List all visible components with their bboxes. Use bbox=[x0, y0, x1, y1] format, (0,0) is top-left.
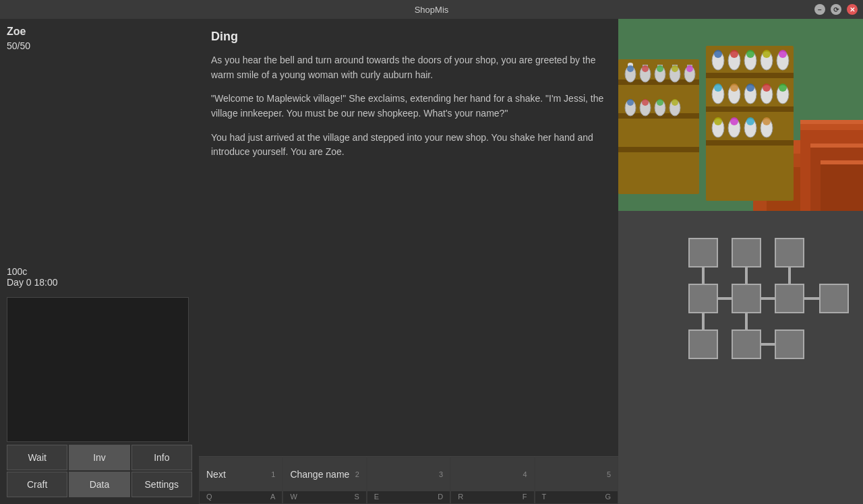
svg-rect-33 bbox=[706, 73, 794, 78]
action-cell-2: 3 E D bbox=[367, 457, 450, 504]
titlebar: ShopMis − ⟳ ✕ bbox=[0, 0, 863, 19]
action-4-button[interactable]: 4 bbox=[451, 458, 533, 491]
close-button[interactable]: ✕ bbox=[847, 4, 858, 15]
svg-point-63 bbox=[763, 117, 771, 125]
svg-point-25 bbox=[627, 99, 634, 106]
action-5-button[interactable]: 5 bbox=[535, 458, 618, 491]
story-area: Ding As you hear the bell and turn aroun… bbox=[199, 19, 618, 456]
map-conn-v-4 bbox=[702, 313, 705, 331]
svg-point-29 bbox=[657, 99, 663, 106]
action-4-key3: F bbox=[523, 493, 527, 501]
map-node-1 bbox=[688, 238, 718, 267]
window-controls: − ⟳ ✕ bbox=[814, 4, 858, 15]
info-button[interactable]: Info bbox=[131, 445, 192, 470]
right-panel bbox=[618, 19, 863, 504]
map-node-10 bbox=[775, 329, 804, 359]
sidebar: Zoe 50/50 100c Day 0 18:00 Wait Inv Info… bbox=[0, 19, 199, 504]
svg-point-51 bbox=[746, 84, 754, 92]
action-4-key2: R bbox=[458, 493, 463, 501]
player-name: Zoe bbox=[7, 26, 192, 38]
svg-point-49 bbox=[730, 84, 738, 92]
map-conn-v-5 bbox=[745, 313, 748, 331]
story-paragraph-2: "Welcome to Maplewick village!" She excl… bbox=[211, 92, 606, 121]
next-key1: 1 bbox=[271, 470, 275, 478]
inventory-preview bbox=[7, 297, 189, 442]
svg-rect-7 bbox=[618, 147, 699, 152]
action-5-key1: 5 bbox=[607, 470, 611, 478]
svg-rect-67 bbox=[821, 160, 863, 211]
change-name-button[interactable]: Change name 2 bbox=[283, 458, 365, 491]
shop-image bbox=[618, 19, 863, 211]
craft-button[interactable]: Craft bbox=[7, 472, 67, 497]
svg-rect-68 bbox=[800, 120, 863, 124]
map-area bbox=[618, 211, 863, 504]
map-conn-h-4 bbox=[761, 343, 776, 346]
wait-button[interactable]: Wait bbox=[7, 445, 67, 470]
svg-point-31 bbox=[672, 99, 678, 106]
sidebar-spacer bbox=[7, 59, 192, 261]
data-button[interactable]: Data bbox=[69, 472, 129, 497]
change-name-key2: W bbox=[290, 493, 297, 501]
settings-button[interactable]: Settings bbox=[131, 472, 192, 497]
story-paragraph-3: You had just arrived at the village and … bbox=[211, 131, 606, 160]
change-name-label: Change name bbox=[290, 469, 349, 480]
action-4-key1: 4 bbox=[523, 470, 527, 478]
svg-point-53 bbox=[763, 84, 771, 92]
map-node-8 bbox=[688, 329, 718, 359]
svg-point-41 bbox=[746, 50, 754, 58]
map-node-3 bbox=[775, 238, 804, 267]
svg-point-43 bbox=[763, 50, 771, 58]
change-name-key1: 2 bbox=[355, 470, 359, 478]
action-cell-0: Next 1 Q A bbox=[199, 457, 282, 504]
center-panel: Ding As you hear the bell and turn aroun… bbox=[199, 19, 618, 504]
shop-scene-svg bbox=[618, 19, 863, 211]
next-key-row: Q A bbox=[200, 491, 282, 503]
change-name-key-row: W S bbox=[283, 491, 365, 503]
map-node-5 bbox=[732, 284, 761, 313]
action-3-key-row: E D bbox=[367, 491, 450, 503]
restore-button[interactable]: ⟳ bbox=[831, 4, 841, 15]
next-key3: A bbox=[270, 493, 275, 501]
action-cell-4: 5 T G bbox=[535, 457, 618, 504]
svg-point-61 bbox=[746, 117, 754, 125]
sidebar-buttons: Wait Inv Info Craft Data Settings bbox=[7, 445, 192, 497]
svg-point-27 bbox=[642, 99, 649, 106]
svg-point-45 bbox=[779, 50, 787, 58]
action-cell-3: 4 R F bbox=[450, 457, 534, 504]
svg-rect-34 bbox=[706, 106, 794, 112]
action-5-key-row: T G bbox=[535, 491, 618, 503]
minimize-button[interactable]: − bbox=[814, 4, 825, 15]
player-gold: 100c bbox=[7, 261, 192, 277]
svg-rect-35 bbox=[706, 140, 794, 146]
svg-point-47 bbox=[714, 84, 722, 92]
svg-point-20 bbox=[672, 65, 678, 72]
action-3-key2: E bbox=[374, 493, 379, 501]
map-conn-v-3 bbox=[788, 267, 791, 285]
action-5-key2: T bbox=[542, 493, 547, 501]
map-node-7 bbox=[819, 284, 849, 313]
change-name-key3: S bbox=[354, 493, 359, 501]
main-area: Zoe 50/50 100c Day 0 18:00 Wait Inv Info… bbox=[0, 19, 863, 504]
action-bar: Next 1 Q A Change name 2 W S bbox=[199, 456, 618, 504]
action-3-button[interactable]: 3 bbox=[367, 458, 450, 491]
next-button[interactable]: Next 1 bbox=[200, 458, 282, 491]
window-title: ShopMis bbox=[415, 5, 449, 15]
svg-rect-70 bbox=[821, 160, 863, 164]
svg-point-39 bbox=[730, 50, 738, 58]
map-conn-v-2 bbox=[745, 267, 748, 285]
svg-point-17 bbox=[657, 65, 663, 72]
map-conn-h-3 bbox=[804, 297, 821, 300]
map-node-9 bbox=[732, 329, 761, 359]
action-5-key3: G bbox=[605, 493, 611, 501]
svg-point-55 bbox=[779, 84, 787, 92]
svg-point-59 bbox=[730, 117, 738, 125]
story-paragraph-1: As you hear the bell and turn around tow… bbox=[211, 53, 606, 82]
map-node-4 bbox=[688, 284, 718, 313]
action-cell-1: Change name 2 W S bbox=[282, 457, 366, 504]
svg-point-57 bbox=[714, 117, 722, 125]
inv-button[interactable]: Inv bbox=[69, 445, 129, 470]
action-4-key-row: R F bbox=[451, 491, 533, 503]
svg-point-37 bbox=[714, 50, 722, 58]
map-node-6 bbox=[775, 284, 804, 313]
map-conn-h-1 bbox=[718, 297, 733, 300]
